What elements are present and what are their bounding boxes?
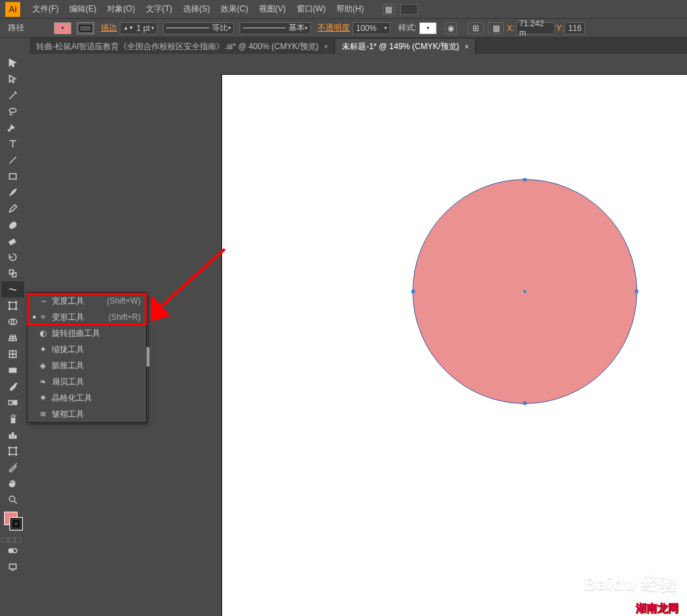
type-tool[interactable]: [1, 136, 24, 152]
svg-rect-14: [9, 401, 12, 405]
menu-object[interactable]: 对象(O): [102, 1, 140, 18]
rectangle-tool[interactable]: [1, 168, 24, 184]
eyedropper-tool[interactable]: [1, 378, 24, 395]
flyout-pucker-tool[interactable]: ✦缩拢工具: [28, 341, 146, 357]
svg-rect-13: [9, 368, 16, 372]
close-icon[interactable]: ×: [324, 43, 328, 50]
free-transform-tool[interactable]: [1, 298, 24, 314]
screen-mode-button[interactable]: [1, 559, 24, 575]
svg-rect-24: [9, 564, 16, 569]
gradient-tool[interactable]: [1, 362, 24, 378]
document-tab-1[interactable]: 转曲-松鼠AI智适应教育《全国合作校校区安全指南》.ai* @ 400% (CM…: [30, 39, 335, 54]
artboard[interactable]: [221, 74, 687, 616]
pen-tool[interactable]: [1, 120, 24, 136]
app-logo: Ai: [5, 2, 20, 17]
flyout-wrinkle-tool[interactable]: ≋皱褶工具: [28, 406, 146, 422]
perspective-grid-tool[interactable]: [1, 330, 24, 346]
transform-panel-button[interactable]: ▦: [488, 22, 504, 34]
selection-tool[interactable]: [1, 55, 24, 71]
fill-swatch[interactable]: ▾: [54, 22, 71, 34]
style-label: 样式:: [398, 22, 417, 34]
svg-rect-16: [11, 418, 15, 423]
opacity-dropdown[interactable]: 100%▾: [353, 22, 390, 34]
svg-point-21: [9, 496, 15, 502]
document-tab-2[interactable]: 未标题-1* @ 149% (CMYK/预览)×: [335, 39, 476, 54]
flyout-width-tool[interactable]: ～宽度工具(Shift+W): [28, 293, 146, 309]
y-value-input[interactable]: 116: [565, 22, 585, 34]
circle-shape[interactable]: [412, 179, 637, 404]
close-icon[interactable]: ×: [465, 43, 469, 50]
essentials-small-button[interactable]: ▦: [383, 4, 395, 15]
menu-window[interactable]: 窗口(W): [291, 1, 331, 18]
color-mode-buttons[interactable]: [1, 537, 24, 543]
workspace-switch-button[interactable]: [400, 4, 418, 15]
eraser-tool[interactable]: [1, 233, 24, 249]
svg-point-8: [9, 308, 10, 310]
svg-rect-19: [15, 436, 16, 438]
svg-rect-15: [13, 401, 17, 405]
magic-wand-tool[interactable]: [1, 88, 24, 104]
stroke-label[interactable]: 描边: [101, 22, 117, 34]
menu-type[interactable]: 文字(T): [141, 1, 178, 18]
svg-rect-2: [9, 239, 15, 244]
menu-effect[interactable]: 效果(C): [215, 1, 254, 18]
shape-builder-tool[interactable]: [1, 314, 24, 330]
flyout-tearoff-handle[interactable]: [146, 347, 150, 367]
scale-tool[interactable]: [1, 265, 24, 281]
menu-select[interactable]: 选择(S): [178, 1, 215, 18]
hand-tool[interactable]: [1, 475, 24, 491]
paintbrush-tool[interactable]: [1, 184, 24, 201]
column-graph-tool[interactable]: [1, 427, 24, 443]
line-tool[interactable]: [1, 152, 24, 168]
brush-definition-dropdown[interactable]: 基本▾: [240, 22, 311, 34]
svg-rect-3: [9, 270, 13, 274]
svg-rect-20: [9, 448, 16, 454]
direct-selection-tool[interactable]: [1, 71, 24, 88]
menu-edit[interactable]: 编辑(E): [64, 1, 102, 18]
mesh-tool[interactable]: [1, 346, 24, 362]
style-swatch[interactable]: ▾: [419, 22, 437, 34]
svg-point-22: [9, 549, 13, 553]
width-tool[interactable]: [1, 281, 24, 298]
opacity-label[interactable]: 不透明度: [318, 22, 350, 34]
y-label: Y:: [556, 24, 564, 33]
stroke-weight-dropdown[interactable]: ▲▼1 pt▾: [120, 22, 157, 34]
blob-brush-tool[interactable]: [1, 217, 24, 233]
symbol-sprayer-tool[interactable]: [1, 411, 24, 427]
menu-help[interactable]: 帮助(H): [331, 1, 369, 18]
align-panel-button[interactable]: ⊞: [468, 22, 484, 34]
watermark-site: 湖南龙网: [636, 602, 679, 616]
rotate-tool[interactable]: [1, 249, 24, 265]
artboard-tool[interactable]: [1, 443, 24, 459]
x-label: X:: [507, 24, 514, 33]
flyout-scallop-tool[interactable]: ❧扇贝工具: [28, 374, 146, 390]
svg-rect-5: [9, 302, 16, 309]
blend-tool[interactable]: [1, 395, 24, 411]
brush-profile-dropdown[interactable]: 等比▾: [163, 22, 234, 34]
watermark-main: Baidu 经验: [584, 572, 678, 596]
svg-point-6: [9, 302, 10, 303]
recolor-button[interactable]: ◉: [445, 22, 457, 34]
menu-file[interactable]: 文件(F): [27, 1, 64, 18]
pencil-tool[interactable]: [1, 201, 24, 217]
flyout-crystallize-tool[interactable]: ✷晶格化工具: [28, 390, 146, 406]
svg-rect-4: [12, 273, 16, 277]
svg-point-9: [15, 308, 17, 310]
tools-panel: [1, 55, 27, 575]
svg-rect-18: [12, 433, 13, 438]
x-value-input[interactable]: 71.242 m: [516, 22, 555, 34]
svg-point-0: [9, 108, 16, 112]
drawmode-button[interactable]: [1, 543, 24, 559]
menu-view[interactable]: 视图(V): [254, 1, 291, 18]
fill-stroke-swatches[interactable]: [1, 510, 24, 537]
svg-rect-1: [9, 174, 16, 179]
zoom-tool[interactable]: [1, 491, 24, 508]
slice-tool[interactable]: [1, 459, 24, 475]
flyout-bloat-tool[interactable]: ◈膨胀工具: [28, 357, 146, 374]
lasso-tool[interactable]: [1, 104, 24, 120]
flyout-twirl-tool[interactable]: ◐旋转扭曲工具: [28, 325, 146, 341]
svg-point-23: [13, 549, 17, 553]
stroke-color-swatch[interactable]: [9, 517, 23, 531]
flyout-warp-tool[interactable]: ✧变形工具(Shift+R): [28, 309, 146, 325]
stroke-swatch[interactable]: [77, 22, 94, 34]
